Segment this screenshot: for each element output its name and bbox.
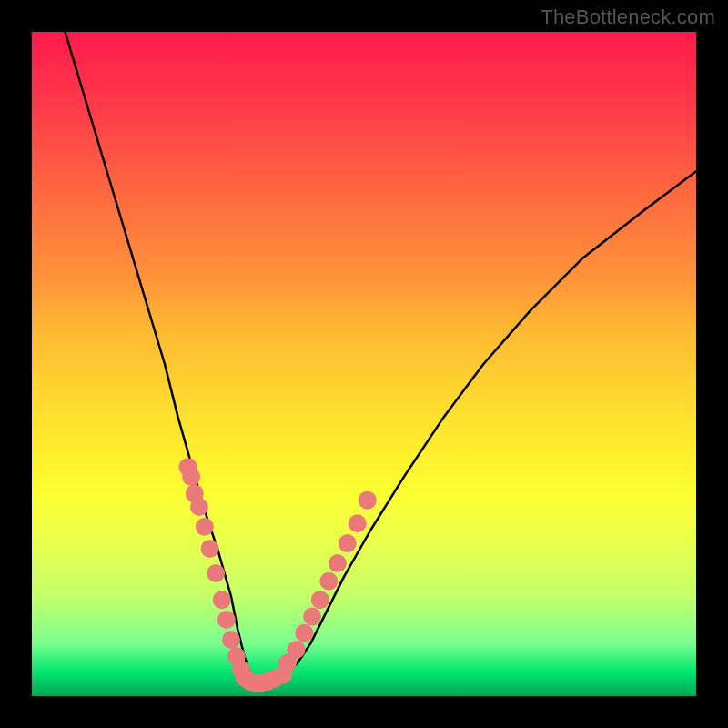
- data-dot: [213, 591, 231, 609]
- data-dot: [190, 498, 208, 516]
- data-dot: [359, 491, 377, 510]
- data-dot: [196, 518, 214, 536]
- watermark-text: TheBottleneck.com: [541, 5, 715, 29]
- data-dot: [201, 540, 219, 558]
- data-dot: [319, 572, 338, 591]
- data-dot: [303, 607, 321, 625]
- data-dot: [349, 514, 367, 532]
- bottleneck-curve-path: [66, 32, 697, 682]
- data-dot: [288, 641, 306, 659]
- data-dot: [311, 591, 329, 609]
- data-dot: [339, 534, 357, 552]
- data-dot: [295, 624, 313, 642]
- curve-line: [66, 32, 697, 682]
- data-dot: [222, 631, 240, 649]
- data-dot: [217, 611, 236, 629]
- chart-frame: TheBottleneck.com: [0, 0, 728, 728]
- data-dot: [329, 554, 347, 572]
- chart-svg: [32, 32, 696, 696]
- data-dot: [182, 468, 200, 486]
- data-dot: [207, 564, 225, 582]
- plot-area: [32, 32, 696, 696]
- data-dots: [179, 458, 377, 692]
